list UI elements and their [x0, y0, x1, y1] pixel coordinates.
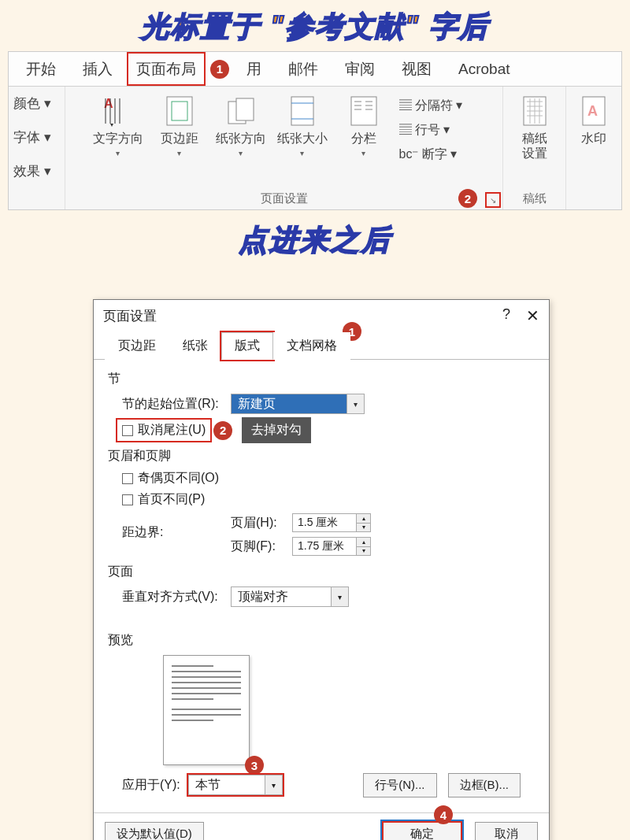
paper-size-icon — [286, 94, 319, 128]
chevron-down-icon: ▾ — [265, 775, 282, 794]
breaks-button[interactable]: ▤ 分隔符 ▾ — [399, 98, 476, 114]
dialog-tabs: 页边距 纸张 版式 1 文档网格 — [94, 331, 549, 360]
tab-insert[interactable]: 插入 — [70, 52, 125, 86]
svg-rect-13 — [351, 97, 376, 125]
ribbon: 开始 插入 页面布局 1 用 邮件 审阅 视图 Acrobat 颜色 ▾ 字体 … — [8, 51, 622, 210]
vertical-align-select[interactable]: 顶端对齐 ▾ — [231, 587, 349, 607]
section-start-select[interactable]: 新建页 ▾ — [231, 394, 365, 414]
tab-start[interactable]: 开始 — [13, 52, 69, 86]
tab-paper[interactable]: 纸张 — [169, 332, 221, 360]
badge-4: 4 — [434, 805, 453, 824]
svg-text:A: A — [587, 103, 598, 119]
manuscript-icon — [518, 94, 551, 128]
page-setup-group-label: 页面设置 2 ↘ — [65, 188, 502, 209]
manuscript-group: 稿纸设置 稿纸 — [503, 87, 566, 209]
line-numbers-dialog-button[interactable]: 行号(N)... — [363, 773, 436, 797]
svg-rect-10 — [291, 97, 313, 125]
tab-acrobat[interactable]: Acrobat — [446, 52, 522, 86]
checkbox-icon — [122, 425, 133, 436]
borders-dialog-button[interactable]: 边框(B)... — [448, 773, 521, 797]
ribbon-tabs: 开始 插入 页面布局 1 用 邮件 审阅 视图 Acrobat — [9, 52, 621, 87]
vertical-align-label: 垂直对齐方式(V): — [122, 589, 224, 605]
watermark-button[interactable]: A 水印 — [563, 91, 624, 149]
from-edge-label: 距边界: — [122, 513, 224, 541]
dialog-title-text: 页面设置 — [103, 307, 157, 325]
badge-2-ribbon: 2 — [458, 189, 477, 208]
first-page-checkbox[interactable]: 首页不同(P) — [108, 489, 535, 510]
tab-page-layout[interactable]: 页面布局 — [127, 52, 206, 86]
page-setup-dialog: 页面设置 ? ✕ 页边距 纸张 版式 1 文档网格 节 节的起始位置(R): 新… — [93, 299, 550, 840]
tab-layout[interactable]: 版式 — [221, 332, 273, 360]
theme-effects[interactable]: 效果 ▾ — [12, 159, 61, 183]
header-distance-input[interactable]: 1.5 厘米 ▴▾ — [292, 513, 371, 532]
hyphenation-button[interactable]: bc⁻ 断字 ▾ — [399, 146, 476, 163]
theme-colors[interactable]: 颜色 ▾ — [12, 91, 61, 116]
apply-to-select[interactable]: 本节 ▾ — [188, 775, 283, 795]
tab-references[interactable]: 用 — [234, 52, 274, 86]
manuscript-group-label: 稿纸 — [503, 188, 565, 209]
footer-distance-input[interactable]: 1.75 厘米 ▴▾ — [292, 537, 371, 556]
page-setup-group: A 文字方向▾ 页边距▾ 纸张方向▾ — [65, 87, 503, 209]
tab-view[interactable]: 视图 — [389, 52, 444, 86]
svg-marker-5 — [110, 124, 113, 127]
header-distance-label: 页眉(H): — [231, 515, 286, 531]
tooltip-remove-check: 去掉对勾 — [242, 417, 311, 443]
badge-2-dialog: 2 — [213, 421, 232, 440]
tab-review[interactable]: 审阅 — [332, 52, 387, 86]
breaks-mini-group: ▤ 分隔符 ▾ ▤ 行号 ▾ bc⁻ 断字 ▾ — [395, 91, 481, 169]
dialog-body: 节 节的起始位置(R): 新建页 ▾ 取消尾注(U) 2 去掉对勾 页眉和页脚 … — [94, 360, 549, 812]
annotation-top: 光标置于 "参考文献" 字后 — [0, 0, 630, 51]
section-header: 节 — [108, 366, 535, 390]
columns-button[interactable]: 分栏▾ — [333, 91, 395, 161]
preview-header: 预览 — [108, 610, 535, 652]
orientation-icon — [224, 94, 258, 128]
set-default-button[interactable]: 设为默认值(D) — [105, 822, 204, 840]
theme-side-group: 颜色 ▾ 字体 ▾ 效果 ▾ — [9, 87, 65, 209]
margins-button[interactable]: 页边距▾ — [149, 91, 210, 161]
apply-to-label: 应用于(Y): — [122, 777, 180, 794]
text-direction-icon: A — [102, 94, 135, 128]
chevron-down-icon: ▾ — [331, 587, 348, 606]
badge-3: 3 — [245, 756, 264, 775]
footer-distance-label: 页脚(F): — [231, 538, 286, 555]
tab-document-grid[interactable]: 文档网格 — [273, 332, 350, 360]
badge-1: 1 — [210, 60, 229, 79]
manuscript-button[interactable]: 稿纸设置 — [504, 91, 565, 164]
dialog-titlebar: 页面设置 ? ✕ — [94, 300, 549, 331]
checkbox-icon — [122, 473, 133, 484]
watermark-group: A 水印 — [566, 87, 621, 209]
columns-icon — [347, 94, 380, 128]
chevron-down-icon: ▾ — [346, 394, 364, 413]
tab-margins[interactable]: 页边距 — [105, 332, 169, 360]
checkbox-icon — [122, 494, 133, 505]
ok-button[interactable]: 确定 — [382, 821, 462, 840]
header-footer-header: 页眉和页脚 — [108, 443, 535, 468]
ribbon-body: 颜色 ▾ 字体 ▾ 效果 ▾ A 文字方向▾ 页边距▾ — [9, 87, 621, 209]
help-icon[interactable]: ? — [502, 306, 510, 325]
svg-rect-6 — [167, 97, 192, 125]
svg-rect-9 — [236, 98, 254, 120]
odd-even-checkbox[interactable]: 奇偶页不同(O) — [108, 468, 535, 489]
suppress-endnotes-checkbox[interactable]: 取消尾注(U) — [117, 420, 210, 441]
preview-thumbnail — [163, 655, 250, 765]
annotation-middle: 点进来之后 — [0, 210, 630, 271]
page-setup-launcher-icon[interactable]: ↘ — [485, 192, 501, 208]
tab-mail[interactable]: 邮件 — [276, 52, 331, 86]
paper-size-button[interactable]: 纸张大小▾ — [272, 91, 333, 161]
page-section-header: 页面 — [108, 559, 535, 583]
theme-fonts[interactable]: 字体 ▾ — [12, 125, 61, 150]
dialog-footer: 设为默认值(D) 4 确定 取消 — [94, 812, 549, 840]
section-start-label: 节的起始位置(R): — [122, 396, 224, 413]
orientation-button[interactable]: 纸张方向▾ — [210, 91, 272, 161]
text-direction-button[interactable]: A 文字方向▾ — [87, 91, 149, 161]
cancel-button[interactable]: 取消 — [475, 822, 538, 840]
line-numbers-button[interactable]: ▤ 行号 ▾ — [399, 122, 476, 139]
margins-icon — [163, 94, 196, 128]
watermark-icon: A — [577, 94, 610, 128]
close-icon[interactable]: ✕ — [526, 306, 539, 325]
